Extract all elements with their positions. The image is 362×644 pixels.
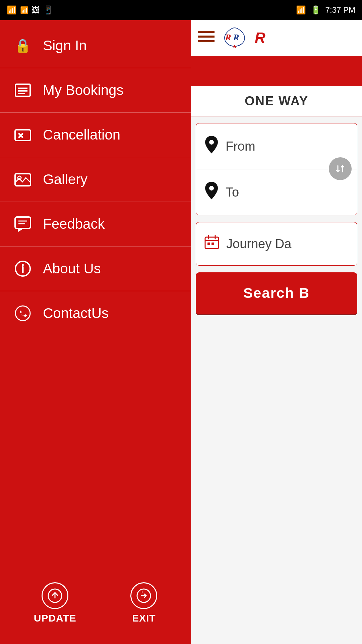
drawer-label-contact-us: ContactUs bbox=[43, 305, 109, 321]
svg-rect-30 bbox=[207, 243, 210, 245]
feedback-icon bbox=[12, 213, 34, 235]
drawer-item-gallery[interactable]: Gallery bbox=[0, 157, 191, 202]
drawer-menu: 🔒 Sign In My Bookings bbox=[0, 20, 191, 569]
drawer-item-sign-in[interactable]: 🔒 Sign In bbox=[0, 23, 191, 68]
svg-text:R: R bbox=[225, 33, 231, 42]
about-icon bbox=[12, 258, 34, 279]
svg-text:R: R bbox=[233, 33, 239, 42]
exit-button[interactable]: EXIT bbox=[130, 582, 157, 624]
phone-icon: 📱 bbox=[43, 5, 53, 15]
drawer-item-cancellation[interactable]: Cancellation bbox=[0, 113, 191, 157]
search-button-label: Search B bbox=[243, 285, 310, 301]
journey-date-label: Journey Da bbox=[226, 237, 291, 251]
drawer-label-cancellation: Cancellation bbox=[43, 127, 120, 143]
hamburger-button[interactable] bbox=[198, 30, 215, 46]
from-to-wrapper: From To bbox=[196, 123, 357, 215]
contact-icon bbox=[12, 303, 34, 324]
drawer-item-my-bookings[interactable]: My Bookings bbox=[0, 68, 191, 113]
app-name-letter: R bbox=[255, 30, 265, 46]
trip-type-label: ONE WAY bbox=[245, 94, 308, 108]
signal-icon-2: 📶 bbox=[20, 6, 28, 14]
from-label: From bbox=[226, 139, 255, 154]
update-label: UPDATE bbox=[34, 612, 76, 624]
svg-rect-4 bbox=[15, 130, 31, 141]
battery-icon: 🔋 bbox=[311, 5, 321, 15]
red-banner bbox=[191, 56, 362, 86]
from-pin-icon bbox=[204, 136, 219, 157]
update-button[interactable]: UPDATE bbox=[34, 582, 76, 624]
app-header: R R R bbox=[191, 20, 362, 56]
update-icon bbox=[42, 582, 68, 609]
search-button[interactable]: Search B bbox=[196, 272, 357, 315]
logo-emblem: R R bbox=[221, 26, 248, 50]
drawer-item-about-us[interactable]: About Us bbox=[0, 247, 191, 291]
svg-point-25 bbox=[209, 186, 214, 191]
status-right: 📶 🔋 7:37 PM bbox=[296, 5, 355, 15]
gallery-icon bbox=[12, 169, 34, 190]
journey-date-field[interactable]: Journey Da bbox=[196, 222, 357, 266]
drawer-item-contact-us[interactable]: ContactUs bbox=[0, 291, 191, 335]
navigation-drawer: 🔒 Sign In My Bookings bbox=[0, 20, 191, 644]
svg-point-24 bbox=[209, 140, 214, 145]
calendar-icon bbox=[204, 234, 220, 253]
drawer-label-gallery: Gallery bbox=[43, 171, 87, 187]
svg-rect-31 bbox=[212, 243, 214, 245]
drawer-label-my-bookings: My Bookings bbox=[43, 82, 123, 98]
drawer-item-feedback[interactable]: Feedback bbox=[0, 202, 191, 247]
drawer-label-feedback: Feedback bbox=[43, 216, 105, 232]
svg-point-14 bbox=[22, 264, 24, 266]
svg-rect-9 bbox=[15, 217, 31, 228]
trip-type-bar[interactable]: ONE WAY bbox=[191, 86, 362, 116]
bookings-icon bbox=[12, 79, 34, 101]
drawer-label-about-us: About Us bbox=[43, 261, 101, 277]
drawer-bottom-actions: UPDATE EXIT bbox=[0, 569, 191, 644]
swap-button[interactable] bbox=[329, 157, 352, 180]
image-icon: 🖼 bbox=[32, 5, 40, 15]
logo-area: R R bbox=[221, 26, 248, 50]
status-left: 📶 📶 🖼 📱 bbox=[7, 5, 53, 15]
cancellation-icon bbox=[12, 124, 34, 146]
to-label: To bbox=[226, 185, 239, 200]
to-pin-icon bbox=[204, 181, 219, 203]
signal-icon-1: 📶 bbox=[7, 5, 17, 15]
lock-icon: 🔒 bbox=[12, 35, 34, 56]
status-bar: 📶 📶 🖼 📱 📶 🔋 7:37 PM bbox=[0, 0, 362, 20]
svg-marker-23 bbox=[233, 45, 237, 48]
main-content: R R R ONE WAY From bbox=[191, 20, 362, 644]
drawer-label-sign-in: Sign In bbox=[43, 38, 87, 54]
svg-point-15 bbox=[15, 306, 30, 321]
exit-icon bbox=[130, 582, 157, 609]
time-display: 7:37 PM bbox=[325, 5, 355, 15]
wifi-icon: 📶 bbox=[296, 5, 306, 15]
from-to-card: From To bbox=[196, 123, 357, 215]
exit-label: EXIT bbox=[132, 612, 156, 624]
